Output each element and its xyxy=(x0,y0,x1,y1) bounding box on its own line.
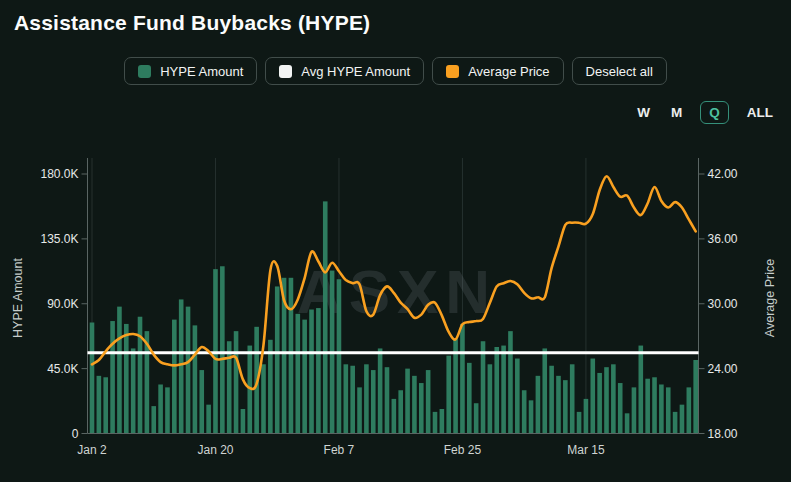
hype-amount-bar xyxy=(392,399,397,434)
right-tick-label: 24.00 xyxy=(708,362,738,376)
hype-amount-bar xyxy=(611,364,616,433)
hype-amount-bar xyxy=(666,387,671,433)
x-tick-label: Feb 25 xyxy=(444,443,482,457)
x-tick-label: Jan 2 xyxy=(77,443,107,457)
hype-amount-bar xyxy=(536,376,541,434)
x-tick-label: Feb 7 xyxy=(324,443,355,457)
hype-amount-bar xyxy=(316,308,321,433)
hype-amount-bar xyxy=(687,387,692,433)
hype-amount-bar xyxy=(460,324,465,434)
hype-amount-bar xyxy=(563,380,568,433)
hype-amount-bar xyxy=(494,347,499,434)
hype-amount-bar xyxy=(440,409,445,434)
hype-amount-bar xyxy=(186,307,191,434)
hype-amount-bar xyxy=(357,387,362,433)
hype-amount-bar xyxy=(467,363,472,434)
hype-amount-bar xyxy=(570,364,575,433)
hype-amount-bar xyxy=(481,341,486,433)
hype-amount-bar xyxy=(412,376,417,434)
hype-amount-bar xyxy=(590,359,595,434)
hype-amount-bar xyxy=(165,387,170,433)
hype-amount-bar xyxy=(289,278,294,434)
hype-amount-bar xyxy=(117,307,122,434)
hype-amount-bar xyxy=(604,367,609,433)
left-tick-label: 135.0K xyxy=(40,232,78,246)
hype-amount-bar xyxy=(227,341,232,433)
hype-amount-bar xyxy=(645,379,650,434)
left-tick-label: 180.0K xyxy=(40,167,78,181)
hype-amount-bar xyxy=(378,348,383,433)
hype-amount-bar xyxy=(385,367,390,433)
left-tick-label: 90.0K xyxy=(47,297,78,311)
hype-amount-bar xyxy=(680,405,685,434)
hype-amount-bar xyxy=(474,403,479,433)
right-tick-label: 42.00 xyxy=(708,167,738,181)
hype-amount-bar xyxy=(488,364,493,433)
hype-amount-bar xyxy=(652,377,657,433)
hype-amount-bar xyxy=(426,370,431,433)
hype-amount-bar xyxy=(632,387,637,433)
hype-amount-bar xyxy=(398,390,403,433)
hype-amount-bar xyxy=(261,364,266,433)
hype-amount-bar xyxy=(577,412,582,434)
hype-amount-bar xyxy=(193,325,198,433)
hype-amount-bar xyxy=(673,412,678,434)
hype-amount-bar xyxy=(234,331,239,433)
dashboard: Assistance Fund Buybacks (HYPE) HYPE Amo… xyxy=(0,0,791,482)
hype-amount-bar xyxy=(405,369,410,434)
hype-amount-bar xyxy=(350,366,355,434)
hype-amount-bar xyxy=(522,390,527,433)
hype-amount-bar xyxy=(542,348,547,433)
hype-amount-bar xyxy=(124,324,129,434)
hype-amount-bar xyxy=(371,370,376,433)
hype-amount-bar xyxy=(639,346,644,434)
left-tick-label: 0 xyxy=(72,427,79,441)
hype-amount-bar xyxy=(515,359,520,434)
hype-amount-bar xyxy=(97,376,102,434)
right-tick-label: 36.00 xyxy=(708,232,738,246)
hype-amount-bar xyxy=(337,279,342,433)
hype-amount-bar xyxy=(206,405,211,434)
hype-amount-bar xyxy=(323,201,328,433)
hype-amount-bar xyxy=(110,321,115,433)
hype-amount-bar xyxy=(597,373,602,434)
right-tick-label: 30.00 xyxy=(708,297,738,311)
hype-amount-bar xyxy=(659,384,664,433)
hype-amount-bar xyxy=(556,376,561,434)
hype-amount-bar xyxy=(90,322,95,433)
hype-amount-bar xyxy=(131,348,136,433)
hype-amount-bar xyxy=(302,320,307,434)
hype-amount-bar xyxy=(364,364,369,433)
left-tick-label: 45.0K xyxy=(47,362,78,376)
hype-amount-bar xyxy=(103,377,108,433)
buybacks-chart[interactable]: ASXN045.0K90.0K135.0K180.0K18.0024.0030.… xyxy=(0,0,791,482)
hype-amount-bar xyxy=(241,409,246,434)
hype-amount-bar xyxy=(172,320,177,434)
hype-amount-bar xyxy=(508,331,513,433)
hype-amount-bar xyxy=(693,360,698,434)
hype-amount-bar xyxy=(158,384,163,433)
hype-amount-bar xyxy=(309,310,314,434)
x-tick-label: Jan 20 xyxy=(197,443,233,457)
hype-amount-bar xyxy=(501,346,506,434)
hype-amount-bar xyxy=(344,364,349,433)
hype-amount-bar xyxy=(549,366,554,434)
hype-amount-bar xyxy=(625,413,630,433)
hype-amount-bar xyxy=(419,383,424,433)
hype-amount-bar xyxy=(584,399,589,434)
hype-amount-bar xyxy=(433,412,438,434)
hype-amount-bar xyxy=(296,314,301,434)
hype-amount-bar xyxy=(199,370,204,433)
right-tick-label: 18.00 xyxy=(708,427,738,441)
hype-amount-bar xyxy=(529,400,534,433)
hype-amount-bar xyxy=(618,383,623,433)
hype-amount-bar xyxy=(179,299,184,433)
hype-amount-bar xyxy=(446,356,451,434)
hype-amount-bar xyxy=(275,286,280,433)
hype-amount-bar xyxy=(220,266,225,433)
hype-amount-bar xyxy=(151,406,156,433)
x-tick-label: Mar 15 xyxy=(567,443,605,457)
